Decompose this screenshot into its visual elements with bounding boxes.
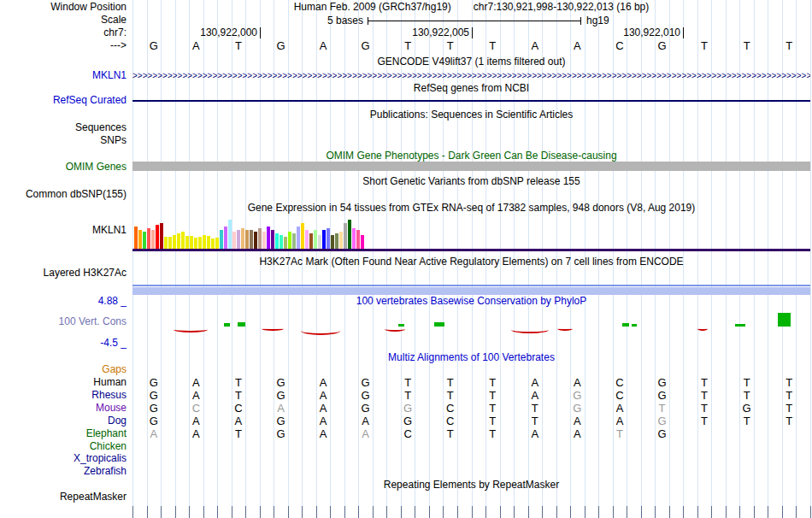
gtex-bar[interactable] (232, 232, 236, 249)
gtex-bar[interactable] (309, 233, 313, 249)
gtex-bar[interactable] (327, 228, 330, 249)
sequence-base: C (598, 40, 641, 51)
species-label-rhesus[interactable]: Rhesus (0, 390, 127, 401)
h3k27ac-signal-band[interactable] (132, 287, 810, 295)
bottom-ruler-tick (726, 506, 727, 518)
vert-cons-label[interactable]: 100 Vert. Cons (0, 316, 127, 327)
bottom-ruler-tick (175, 506, 176, 518)
sequences-label[interactable]: Sequences (0, 122, 127, 133)
gtex-bar[interactable] (245, 230, 249, 249)
gtex-bar[interactable] (301, 223, 304, 249)
gtex-bar[interactable] (194, 238, 197, 249)
gtex-bar[interactable] (318, 235, 321, 249)
alignment-base: T (726, 377, 768, 388)
bottom-ruler-tick (810, 506, 811, 518)
alignment-base: A (302, 403, 344, 414)
gtex-bar[interactable] (228, 220, 232, 249)
gtex-bar[interactable] (147, 228, 150, 249)
species-label-mouse[interactable]: Mouse (0, 403, 127, 414)
sequence-base: T (386, 40, 429, 51)
gtex-bar[interactable] (262, 232, 266, 249)
species-label-human[interactable]: Human (0, 377, 127, 388)
gtex-bar[interactable] (207, 236, 210, 249)
alignment-base: C (429, 403, 472, 414)
gtex-bar[interactable] (138, 230, 142, 249)
gaps-label[interactable]: Gaps (0, 364, 127, 375)
gtex-bar[interactable] (254, 232, 257, 249)
species-label-zebrafish[interactable]: Zebrafish (0, 466, 127, 477)
gtex-bar[interactable] (297, 227, 300, 249)
gtex-bar[interactable] (267, 227, 270, 249)
gtex-bar[interactable] (339, 232, 343, 249)
conservation-negative-mark (262, 327, 284, 331)
refseq-curated-label[interactable]: RefSeq Curated (0, 95, 127, 106)
gtex-bar[interactable] (181, 232, 185, 249)
gtex-bar[interactable] (292, 233, 296, 249)
gtex-bar[interactable] (288, 232, 291, 249)
common-dbsnp-label[interactable]: Common dbSNP(155) (0, 189, 127, 200)
gtex-gene-label[interactable]: MKLN1 (0, 225, 127, 236)
alignment-base: T (386, 377, 429, 388)
conservation-positive-mark (434, 322, 444, 327)
gtex-bar[interactable] (160, 223, 163, 249)
gtex-bar[interactable] (258, 228, 262, 249)
gencode-title: GENCODE V49lift37 (1 items filtered out) (132, 56, 810, 68)
gtex-bar[interactable] (305, 230, 309, 249)
gtex-bar[interactable] (173, 235, 176, 249)
gtex-bar[interactable] (224, 227, 227, 249)
gtex-bar[interactable] (275, 233, 279, 249)
species-label-elephant[interactable]: Elephant (0, 428, 127, 439)
alignment-base: G (132, 415, 175, 427)
gtex-bar[interactable] (203, 235, 206, 249)
alignment-base: A (514, 428, 556, 439)
gencode-gene-line[interactable]: >>>>>>>>>>>>>>>>>>>>>>>>>>>>>>>>>>>>>>>>… (132, 71, 810, 80)
gtex-bar[interactable] (348, 220, 351, 249)
gtex-bar[interactable] (250, 230, 253, 249)
layered-h3k27ac-label[interactable]: Layered H3K27Ac (0, 268, 127, 279)
gtex-bar[interactable] (356, 230, 360, 249)
alignment-base: T (683, 377, 726, 388)
alignment-base: G (556, 390, 599, 401)
species-label-x_tropicalis[interactable]: X_tropicalis (0, 453, 127, 464)
gencode-gene-label[interactable]: MKLN1 (0, 70, 127, 81)
gtex-bar[interactable] (134, 227, 138, 249)
species-label-chicken[interactable]: Chicken (0, 441, 127, 452)
gtex-bar[interactable] (335, 233, 338, 249)
omim-genes-bar[interactable] (132, 162, 810, 171)
gtex-bar[interactable] (168, 237, 172, 249)
omim-genes-label[interactable]: OMIM Genes (0, 162, 127, 173)
repeatmasker-title: Repeating Elements by RepeatMasker (132, 480, 810, 491)
gtex-bar[interactable] (190, 236, 193, 249)
gtex-bar[interactable] (361, 235, 364, 249)
sequence-base: A (302, 40, 344, 51)
gtex-bar[interactable] (143, 232, 146, 249)
gtex-bar[interactable] (198, 237, 202, 249)
gtex-bar[interactable] (151, 230, 155, 249)
gtex-bar[interactable] (352, 228, 356, 249)
gtex-bar[interactable] (314, 230, 317, 249)
refseq-curated-line[interactable] (132, 100, 810, 102)
h3k27ac-signal-line[interactable] (132, 285, 810, 286)
gtex-bar[interactable] (271, 230, 274, 249)
sequence-base: T (768, 40, 810, 51)
gtex-bar[interactable] (177, 233, 180, 249)
conservation-negative-mark (385, 327, 405, 332)
gtex-bar[interactable] (279, 235, 283, 249)
alignment-base: G (386, 403, 429, 414)
gtex-bar[interactable] (215, 238, 219, 249)
gtex-bar[interactable] (220, 230, 223, 249)
repeatmasker-label[interactable]: RepeatMasker (0, 492, 127, 503)
gtex-bar[interactable] (237, 230, 240, 249)
gtex-bar[interactable] (284, 237, 287, 249)
gtex-bar[interactable] (185, 236, 189, 249)
gtex-bar[interactable] (322, 230, 326, 249)
gtex-bar[interactable] (331, 235, 334, 249)
gtex-bar[interactable] (344, 223, 347, 249)
gtex-bar[interactable] (164, 237, 168, 249)
gtex-bar[interactable] (241, 228, 244, 249)
gtex-bar[interactable] (211, 238, 215, 249)
gtex-bar[interactable] (156, 225, 159, 249)
bottom-ruler-tick (147, 506, 148, 518)
snps-label[interactable]: SNPs (0, 135, 127, 146)
species-label-dog[interactable]: Dog (0, 415, 127, 427)
